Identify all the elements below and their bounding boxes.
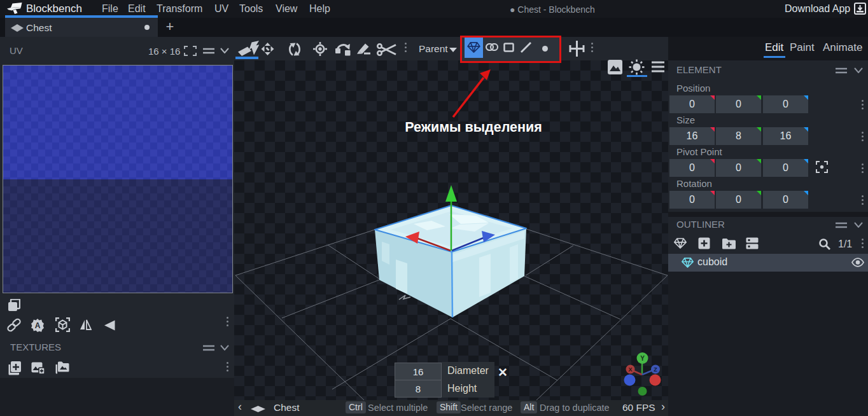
svg-text:A: A <box>35 321 41 330</box>
svg-text:Y: Y <box>640 355 645 362</box>
svg-text:Z: Z <box>654 366 657 373</box>
svg-text:X: X <box>628 366 632 373</box>
